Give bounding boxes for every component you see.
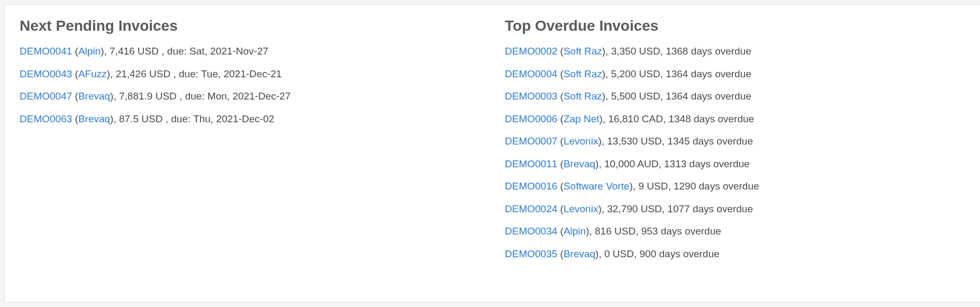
close-paren: ), (107, 68, 116, 79)
invoice-due-date: Mon, 2021-Dec-27 (207, 91, 291, 102)
overdue-days: 953 (641, 225, 658, 237)
customer-link[interactable]: Brevaq (564, 248, 595, 259)
customer-link[interactable]: Alpin (564, 225, 586, 237)
overdue-invoice-row: DEMO0004 (Soft Raz), 5,200 USD, 1364 day… (505, 67, 969, 82)
close-paren: ), (602, 91, 611, 102)
close-paren: ), (110, 91, 119, 102)
overdue-suffix: days overdue (689, 158, 750, 169)
open-paren: ( (557, 180, 564, 192)
open-paren: ( (557, 248, 564, 259)
separator: , (660, 68, 666, 79)
invoice-amount: 5,500 USD (611, 91, 660, 102)
overdue-days: 1368 (666, 46, 688, 57)
invoice-due-date: Tue, 2021-Dec-21 (201, 68, 282, 79)
invoice-amount: 10,000 AUD (604, 158, 658, 169)
pending-invoices-column: Next Pending Invoices DEMO0041 (Alpin), … (20, 17, 484, 290)
separator: , (636, 225, 641, 237)
separator: , (662, 203, 668, 214)
close-paren: ), (598, 203, 607, 214)
customer-link[interactable]: Zap Net (564, 113, 600, 124)
overdue-days: 1313 (664, 158, 686, 169)
separator: , (159, 46, 167, 57)
invoice-link[interactable]: DEMO0003 (505, 91, 557, 102)
overdue-invoice-row: DEMO0035 (Brevaq), 0 USD, 900 days overd… (505, 247, 969, 262)
customer-link[interactable]: Levonix (564, 136, 598, 147)
open-paren: ( (72, 46, 78, 57)
customer-link[interactable]: AFuzz (78, 68, 107, 79)
invoice-link[interactable]: DEMO0035 (505, 248, 557, 259)
pending-invoice-row: DEMO0063 (Brevaq), 87.5 USD , due: Thu, … (20, 112, 484, 127)
overdue-days: 1345 (667, 136, 689, 147)
invoice-link[interactable]: DEMO0016 (505, 180, 557, 192)
overdue-invoice-row: DEMO0006 (Zap Net), 16,810 CAD, 1348 day… (505, 112, 969, 127)
overdue-invoice-row: DEMO0016 (Software Vorte), 9 USD, 1290 d… (505, 179, 969, 194)
invoice-link[interactable]: DEMO0006 (505, 113, 557, 124)
open-paren: ( (557, 91, 564, 102)
separator: , (668, 180, 674, 192)
invoice-amount: 5,200 USD (611, 68, 660, 79)
overdue-invoices-column: Top Overdue Invoices DEMO0002 (Soft Raz)… (505, 17, 969, 290)
customer-link[interactable]: Brevaq (78, 91, 110, 102)
overdue-days: 1348 (668, 113, 691, 124)
invoice-amount: 7,416 USD (110, 46, 159, 57)
close-paren: ), (595, 248, 604, 259)
separator: , (170, 68, 179, 79)
separator: , (663, 113, 669, 124)
invoice-amount: 32,790 USD (607, 203, 662, 214)
close-paren: ), (101, 46, 110, 57)
invoice-link[interactable]: DEMO0024 (505, 203, 557, 214)
close-paren: ), (110, 113, 119, 124)
invoice-amount: 9 USD (638, 180, 668, 192)
open-paren: ( (557, 203, 564, 214)
customer-link[interactable]: Alpin (78, 46, 101, 57)
invoice-amount: 21,426 USD (116, 68, 171, 79)
overdue-invoice-row: DEMO0007 (Levonix), 13,530 USD, 1345 day… (505, 134, 969, 149)
customer-link[interactable]: Software Vorte (564, 180, 630, 192)
invoice-link[interactable]: DEMO0041 (20, 46, 72, 57)
separator: , (177, 91, 185, 102)
overdue-suffix: days overdue (693, 136, 753, 147)
customer-link[interactable]: Brevaq (78, 113, 110, 124)
invoice-link[interactable]: DEMO0002 (505, 46, 557, 57)
customer-link[interactable]: Levonix (564, 203, 598, 214)
overdue-invoice-row: DEMO0011 (Brevaq), 10,000 AUD, 1313 days… (505, 157, 969, 172)
close-paren: ), (595, 158, 604, 169)
due-prefix: due: (185, 91, 205, 102)
invoice-link[interactable]: DEMO0047 (20, 91, 72, 102)
invoice-link[interactable]: DEMO0043 (20, 68, 72, 79)
open-paren: ( (557, 68, 564, 79)
invoice-link[interactable]: DEMO0004 (505, 68, 557, 79)
customer-link[interactable]: Soft Raz (564, 46, 602, 57)
due-prefix: due: (171, 113, 190, 124)
separator: , (162, 113, 171, 124)
pending-invoice-row: DEMO0043 (AFuzz), 21,426 USD , due: Tue,… (20, 67, 484, 82)
separator: , (634, 248, 640, 259)
overdue-days: 1290 (674, 180, 696, 192)
overdue-invoice-row: DEMO0002 (Soft Raz), 3,350 USD, 1368 day… (505, 44, 969, 59)
overdue-days: 1077 (667, 203, 689, 214)
customer-link[interactable]: Brevaq (564, 158, 595, 169)
overdue-invoice-row: DEMO0003 (Soft Raz), 5,500 USD, 1364 day… (505, 89, 969, 104)
due-prefix: due: (167, 46, 187, 57)
invoices-panel: Next Pending Invoices DEMO0041 (Alpin), … (4, 4, 980, 303)
customer-link[interactable]: Soft Raz (564, 68, 602, 79)
invoice-link[interactable]: DEMO0034 (505, 225, 557, 237)
invoice-amount: 3,350 USD (611, 46, 660, 57)
invoice-link[interactable]: DEMO0011 (505, 158, 557, 169)
overdue-days: 1364 (666, 68, 688, 79)
invoice-link[interactable]: DEMO0063 (20, 113, 72, 124)
overdue-invoice-row: DEMO0024 (Levonix), 32,790 USD, 1077 day… (505, 202, 969, 217)
customer-link[interactable]: Soft Raz (564, 91, 602, 102)
invoice-amount: 816 USD (595, 225, 636, 237)
overdue-suffix: days overdue (691, 68, 751, 79)
overdue-suffix: days overdue (693, 203, 753, 214)
overdue-days: 900 (640, 248, 657, 259)
invoice-amount: 0 USD (604, 248, 634, 259)
separator: , (660, 91, 666, 102)
overdue-suffix: days overdue (691, 91, 751, 102)
close-paren: ), (602, 68, 611, 79)
overdue-invoice-row: DEMO0034 (Alpin), 816 USD, 953 days over… (505, 224, 969, 239)
invoice-link[interactable]: DEMO0007 (505, 136, 557, 147)
overdue-suffix: days overdue (694, 113, 754, 124)
open-paren: ( (557, 136, 564, 147)
